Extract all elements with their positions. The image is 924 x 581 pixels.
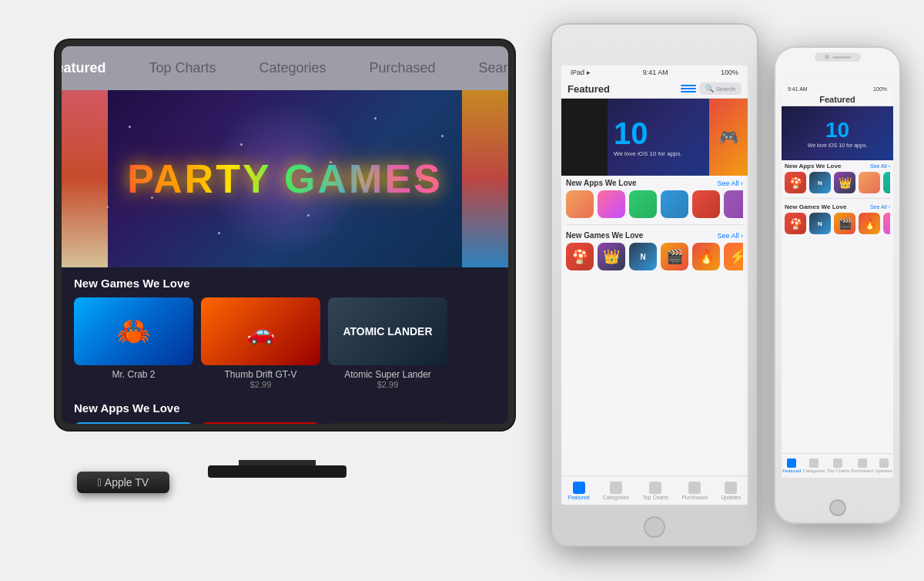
app-twitter[interactable]: 𝕏 xyxy=(74,422,193,424)
game-name-atomic: Atomic Super Lander xyxy=(328,369,447,380)
ipad-search-icon: 🔍 xyxy=(705,85,714,92)
iphone-nav-title: Featured xyxy=(788,95,887,104)
iphone-tab-updates[interactable]: Updates xyxy=(875,458,892,473)
ipad-tab-purchased[interactable]: Purchased xyxy=(681,482,707,500)
iphone-tab-updates-label: Updates xyxy=(875,468,892,473)
ipad-hero-left xyxy=(561,99,608,176)
ipad-status-right: 100% xyxy=(721,69,738,76)
ipad-games-title: New Games We Love xyxy=(566,231,643,240)
iphone-app-luxe[interactable] xyxy=(883,172,890,193)
iphone-game-animation[interactable]: 🎬 xyxy=(834,213,855,234)
apps-row: 𝕏 People Entertainment NETWORK xyxy=(74,422,496,424)
ipad-tab-featured[interactable]: Featured xyxy=(568,482,590,500)
games-row: 🦀 Mr. Crab 2 🚗 Thumb Drift GT-V $2.99 AT… xyxy=(74,297,496,389)
ipad-game-fireup[interactable]: ⚡ xyxy=(724,243,743,270)
ipad-nav: Featured 🔍 Search xyxy=(561,79,748,99)
iphone-game-mario[interactable]: 🍄 xyxy=(785,213,806,234)
ipad-grid-icon[interactable] xyxy=(681,83,696,94)
iphone-hero: 10 We love iOS 10 for apps. xyxy=(782,106,893,160)
ios10-number: 10 xyxy=(614,118,703,149)
ipad-app-swift[interactable] xyxy=(566,190,594,218)
iphone-ios10-number: 10 xyxy=(808,119,868,141)
iphone-games-grid: 🍄 N 🎬 🔥 xyxy=(785,213,890,234)
ipad-game-ncis[interactable]: N xyxy=(629,243,657,270)
ipad-app-mob[interactable] xyxy=(661,190,688,218)
app-people[interactable]: People Entertainment NETWORK xyxy=(201,422,320,424)
game-item-atomic[interactable]: ATOMIC LANDER Atomic Super Lander $2.99 xyxy=(328,297,447,389)
game-item-thumb-drift[interactable]: 🚗 Thumb Drift GT-V $2.99 xyxy=(201,297,320,389)
ipad-apps-grid xyxy=(566,190,743,218)
iphone-game-wedo[interactable] xyxy=(883,213,890,234)
iphone-screen: 9:41 AM 100% Featured 10 We love iOS 10 … xyxy=(782,85,893,478)
ipad-tab-updates[interactable]: Updates xyxy=(721,482,741,500)
ipad-tab-categories-label: Categories xyxy=(603,495,629,500)
nav-purchased[interactable]: Purchased xyxy=(348,54,457,82)
apple-tv-box:  Apple TV xyxy=(77,472,169,493)
iphone-hero-text: 10 We love iOS 10 for apps. xyxy=(805,116,871,151)
hero-side-left-image xyxy=(62,90,108,267)
ipad-tab-updates-label: Updates xyxy=(721,495,741,500)
ipad-apps-title: New Apps We Love xyxy=(566,179,637,187)
game-price-atomic: $2.99 xyxy=(328,380,447,389)
iphone-game-ember[interactable]: 🔥 xyxy=(859,213,880,234)
hero-side-right-image xyxy=(462,90,508,267)
ipad-container: iPad ▸ 9:41 AM 100% Featured 🔍 Search xyxy=(551,23,774,563)
ipad-app-drops[interactable] xyxy=(692,190,720,218)
hero-title: PARTY GAMES xyxy=(127,156,443,202)
tv-screen: Featured Top Charts Categories Purchased… xyxy=(62,46,508,424)
ipad-app-melody[interactable] xyxy=(724,190,743,218)
iphone-home-button[interactable] xyxy=(829,499,846,516)
iphone-game-ncis[interactable]: N xyxy=(809,213,831,234)
ipad-games-grid: 🍄 👑 N 🎬 🔥 ⚡ ⭐ 💤 xyxy=(566,243,743,270)
atomic-text: ATOMIC LANDER xyxy=(343,325,432,338)
iphone-tab-featured[interactable]: Featured xyxy=(782,458,801,473)
nav-search[interactable]: Search xyxy=(457,54,508,82)
app-square[interactable] xyxy=(328,422,447,424)
thumb-drift-emoji: 🚗 xyxy=(246,318,275,345)
iphone-app-broken[interactable]: 👑 xyxy=(834,172,855,193)
ipad-search-box[interactable]: 🔍 Search xyxy=(699,82,742,95)
ipad-game-animation[interactable]: 🎬 xyxy=(661,243,688,270)
ipad-game-ember[interactable]: 🔥 xyxy=(692,243,720,270)
iphone-new-apps-section: New Apps We Love See All › 🍄 N 👑 xyxy=(782,160,893,196)
game-icon-atomic: ATOMIC LANDER xyxy=(328,297,447,365)
ipad-game-broken[interactable]: 👑 xyxy=(598,243,625,270)
iphone-tab-categories-icon xyxy=(809,458,819,468)
ipad-games-see-all[interactable]: See All › xyxy=(717,232,743,240)
ipad-tab-top-charts[interactable]: Top Charts xyxy=(642,482,668,500)
iphone-tab-categories[interactable]: Categories xyxy=(803,458,825,473)
iphone-tab-purchased[interactable]: Purchased xyxy=(851,458,873,473)
nav-featured[interactable]: Featured xyxy=(62,54,127,82)
iphone-games-see-all[interactable]: See All › xyxy=(870,204,890,210)
iphone-tab-updates-icon xyxy=(879,458,889,468)
ipad-hero-subtitle: We love iOS 10 for apps. xyxy=(614,150,703,157)
ipad-app-golf[interactable] xyxy=(629,190,657,218)
iphone-apps-see-all[interactable]: See All › xyxy=(870,163,890,169)
iphone-app-ncis[interactable]: N xyxy=(809,172,831,193)
nav-top-charts[interactable]: Top Charts xyxy=(127,54,237,82)
game-icon-mr-crab: 🦀 xyxy=(74,297,193,365)
iphone-status-battery: 100% xyxy=(873,86,887,92)
game-item-mr-crab[interactable]: 🦀 Mr. Crab 2 xyxy=(74,297,193,389)
iphone-tab-top-charts-label: Top Charts xyxy=(827,468,849,473)
ipad-tab-featured-label: Featured xyxy=(568,495,590,500)
ipad-app-wedo[interactable] xyxy=(598,190,625,218)
iphone-apps-header: New Apps We Love See All › xyxy=(785,163,890,170)
ipad-game-mario[interactable]: 🍄 xyxy=(566,243,594,270)
nav-categories[interactable]: Categories xyxy=(237,54,347,82)
tv-nav-bar: Featured Top Charts Categories Purchased… xyxy=(62,46,508,90)
ipad-tab-purchased-label: Purchased xyxy=(681,495,707,500)
game-price-thumb-drift: $2.99 xyxy=(201,380,320,389)
iphone-tab-categories-label: Categories xyxy=(803,468,825,473)
ipad-device: iPad ▸ 9:41 AM 100% Featured 🔍 Search xyxy=(551,23,758,547)
iphone-app-swift[interactable] xyxy=(859,172,880,193)
ipad-status-bar: iPad ▸ 9:41 AM 100% xyxy=(561,65,748,79)
ipad-home-button[interactable] xyxy=(644,516,665,538)
iphone-app-mario[interactable]: 🍄 xyxy=(785,172,806,193)
ipad-tab-categories[interactable]: Categories xyxy=(603,482,629,500)
iphone-tab-featured-label: Featured xyxy=(782,468,801,473)
iphone-speaker xyxy=(832,56,851,59)
ipad-apps-see-all[interactable]: See All › xyxy=(717,180,743,187)
iphone-tab-top-charts[interactable]: Top Charts xyxy=(827,458,849,473)
ipad-tab-top-charts-label: Top Charts xyxy=(642,495,668,500)
